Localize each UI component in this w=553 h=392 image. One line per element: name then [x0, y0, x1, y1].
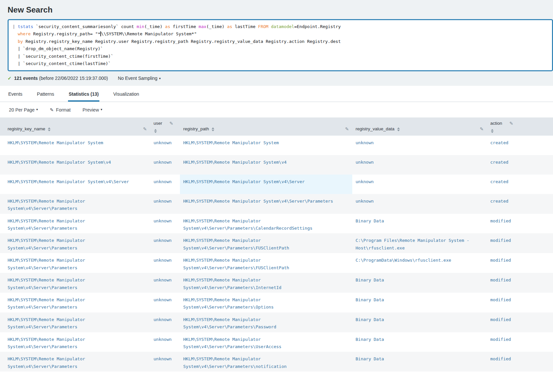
column-header-registry_key_name[interactable]: registry_key_name✎: [0, 117, 150, 135]
cell-action[interactable]: modified: [487, 312, 553, 332]
cell-action[interactable]: modified: [487, 352, 553, 372]
sort-icon[interactable]: [48, 127, 51, 131]
query-token: by: [18, 39, 23, 44]
cell-registry_key_name[interactable]: HKLM\SYSTEM\Remote Manipulator System\v4…: [0, 214, 150, 234]
edit-column-icon[interactable]: ✎: [509, 120, 513, 127]
cell-user[interactable]: unknown: [150, 253, 180, 273]
sort-icon[interactable]: [154, 129, 157, 133]
cell-registry_path[interactable]: HKLM\SYSTEM\Remote Manipulator System\v4…: [180, 253, 352, 273]
column-header-registry_path[interactable]: registry_path✎: [180, 117, 352, 135]
cell-user[interactable]: unknown: [150, 273, 180, 293]
cell-registry_key_name[interactable]: HKLM\SYSTEM\Remote Manipulator System\v4…: [0, 253, 150, 273]
cell-registry_value_data[interactable]: C:\ProgramData\Windows\rfusclient.exe: [352, 253, 487, 273]
cell-registry_path[interactable]: HKLM\SYSTEM\Remote Manipulator System\v4…: [180, 273, 352, 293]
sort-icon[interactable]: [212, 127, 214, 131]
cell-registry_path[interactable]: HKLM\SYSTEM\Remote Manipulator System\v4: [180, 155, 352, 175]
cell-registry_key_name[interactable]: HKLM\SYSTEM\Remote Manipulator System\v4…: [0, 175, 150, 194]
cell-user[interactable]: unknown: [150, 233, 180, 253]
cell-user[interactable]: unknown: [150, 136, 180, 155]
cell-action[interactable]: modified: [487, 293, 553, 312]
query-token: as: [165, 24, 170, 29]
query-line: | `drop_dm_object_name(Registry)`: [13, 45, 548, 52]
edit-column-icon[interactable]: ✎: [169, 120, 173, 127]
cell-user[interactable]: unknown: [150, 332, 180, 352]
tab-patterns[interactable]: Patterns: [36, 91, 55, 102]
query-token: [268, 24, 271, 29]
cell-registry_key_name[interactable]: HKLM\SYSTEM\Remote Manipulator System\v4…: [0, 293, 150, 312]
cell-registry_path[interactable]: HKLM\SYSTEM\Remote Manipulator System\v4…: [180, 175, 352, 194]
cell-user[interactable]: unknown: [150, 175, 180, 194]
event-sampling-dropdown[interactable]: No Event Sampling▾: [118, 76, 161, 81]
edit-column-icon[interactable]: ✎: [345, 125, 349, 133]
table-row: HKLM\SYSTEM\Remote Manipulator System\v4…: [0, 155, 553, 175]
cell-registry_key_name[interactable]: HKLM\SYSTEM\Remote Manipulator System\v4…: [0, 273, 150, 293]
cell-registry_value_data[interactable]: C:\Program Files\Remote Manipulator Syst…: [352, 233, 487, 253]
column-header-user[interactable]: user✎: [150, 117, 180, 135]
cell-registry_path[interactable]: HKLM\SYSTEM\Remote Manipulator System\v4…: [180, 214, 352, 234]
results-tabs: EventsPatternsStatistics (13)Visualizati…: [0, 86, 553, 102]
cell-registry_key_name[interactable]: HKLM\SYSTEM\Remote Manipulator System\v4…: [0, 312, 150, 332]
tab-statistics-13[interactable]: Statistics (13): [68, 91, 99, 102]
cell-user[interactable]: unknown: [150, 155, 180, 175]
cell-registry_path[interactable]: HKLM\SYSTEM\Remote Manipulator System\v4…: [180, 194, 352, 214]
cell-registry_path[interactable]: HKLM\SYSTEM\Remote Manipulator System\v4…: [180, 293, 352, 312]
query-token: | `drop_dm_object_name(Registry)`: [13, 46, 103, 51]
query-token: Registry.registry_key_name Registry.user…: [23, 39, 341, 44]
cell-registry_path[interactable]: HKLM\SYSTEM\Remote Manipulator System: [180, 136, 352, 155]
table-row: HKLM\SYSTEM\Remote Manipulator System\v4…: [0, 253, 553, 273]
cell-action[interactable]: created: [487, 175, 553, 194]
cell-registry_path[interactable]: HKLM\SYSTEM\Remote Manipulator System\v4…: [180, 233, 352, 253]
cell-registry_value_data[interactable]: Binary Data: [352, 214, 487, 234]
cell-action[interactable]: created: [487, 194, 553, 214]
cell-registry_value_data[interactable]: Binary Data: [352, 352, 487, 372]
cell-user[interactable]: unknown: [150, 352, 180, 372]
cell-action[interactable]: modified: [487, 214, 553, 234]
cell-registry_key_name[interactable]: HKLM\SYSTEM\Remote Manipulator System\v4…: [0, 233, 150, 253]
cell-registry_value_data[interactable]: Binary Data: [352, 293, 487, 312]
cell-registry_path[interactable]: HKLM\SYSTEM\Remote Manipulator System\v4…: [180, 332, 352, 352]
cell-user[interactable]: unknown: [150, 194, 180, 214]
cell-registry_key_name[interactable]: HKLM\SYSTEM\Remote Manipulator System\v4: [0, 155, 150, 175]
query-token: datamodel: [271, 24, 294, 29]
cell-registry_value_data[interactable]: unknown: [352, 136, 487, 155]
cell-action[interactable]: created: [487, 155, 553, 175]
cell-registry_key_name[interactable]: HKLM\SYSTEM\Remote Manipulator System\v4…: [0, 194, 150, 214]
cell-user[interactable]: unknown: [150, 214, 180, 234]
cell-registry_value_data[interactable]: unknown: [352, 175, 487, 194]
cell-action[interactable]: modified: [487, 233, 553, 253]
preview-dropdown[interactable]: Preview▾: [83, 107, 102, 113]
cell-registry_path[interactable]: HKLM\SYSTEM\Remote Manipulator System\v4…: [180, 312, 352, 332]
cell-registry_value_data[interactable]: Binary Data: [352, 273, 487, 293]
cell-action[interactable]: created: [487, 136, 553, 155]
cell-registry_key_name[interactable]: HKLM\SYSTEM\Remote Manipulator System: [0, 136, 150, 155]
query-token: =Endpoint.Registry: [294, 24, 341, 29]
cell-user[interactable]: unknown: [150, 312, 180, 332]
format-button[interactable]: ✎Format: [50, 107, 71, 113]
edit-column-icon[interactable]: ✎: [480, 125, 484, 133]
cell-action[interactable]: modified: [487, 253, 553, 273]
cell-registry_value_data[interactable]: unknown: [352, 194, 487, 214]
cell-registry_key_name[interactable]: HKLM\SYSTEM\Remote Manipulator System\v4…: [0, 332, 150, 352]
cell-registry_value_data[interactable]: Binary Data: [352, 332, 487, 352]
table-row: HKLM\SYSTEM\Remote Manipulator System\v4…: [0, 352, 553, 372]
cell-action[interactable]: modified: [487, 273, 553, 293]
column-header-registry_value_data[interactable]: registry_value_data✎: [352, 117, 487, 135]
query-token: Registry.registry_path= "*: [31, 31, 100, 36]
cell-registry_path[interactable]: HKLM\SYSTEM\Remote Manipulator System\v4…: [180, 352, 352, 372]
per-page-label: 20 Per Page: [9, 107, 35, 113]
sort-icon[interactable]: [397, 127, 400, 131]
column-header-action[interactable]: action✎: [487, 117, 553, 135]
tab-events[interactable]: Events: [8, 91, 23, 102]
per-page-dropdown[interactable]: 20 Per Page▾: [9, 107, 38, 113]
cell-registry_key_name[interactable]: HKLM\SYSTEM\Remote Manipulator System\v4…: [0, 352, 150, 372]
tab-visualization[interactable]: Visualization: [113, 91, 140, 102]
search-query-input[interactable]: | tstats `security_content_summariesonly…: [8, 19, 553, 71]
format-label: Format: [56, 107, 71, 113]
cell-registry_value_data[interactable]: Binary Data: [352, 312, 487, 332]
cell-registry_value_data[interactable]: unknown: [352, 155, 487, 175]
query-token: firstTime: [170, 24, 198, 29]
sort-icon[interactable]: [491, 129, 494, 133]
cell-user[interactable]: unknown: [150, 293, 180, 312]
edit-column-icon[interactable]: ✎: [143, 125, 147, 133]
cell-action[interactable]: modified: [487, 332, 553, 352]
